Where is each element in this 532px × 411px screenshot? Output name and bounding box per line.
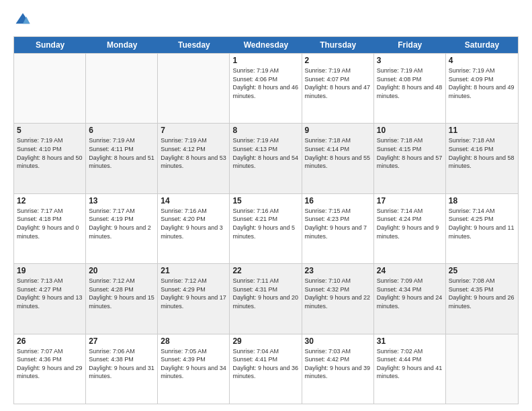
- cell-detail: Sunrise: 7:04 AM Sunset: 4:41 PM Dayligh…: [232, 347, 298, 381]
- calendar-header: SundayMondayTuesdayWednesdayThursdayFrid…: [14, 37, 518, 53]
- cell-detail: Sunrise: 7:19 AM Sunset: 4:11 PM Dayligh…: [89, 136, 154, 170]
- cal-cell-17: 17Sunrise: 7:14 AM Sunset: 4:24 PM Dayli…: [374, 194, 446, 263]
- cell-detail: Sunrise: 7:09 AM Sunset: 4:34 PM Dayligh…: [377, 277, 443, 310]
- page: SundayMondayTuesdayWednesdayThursdayFrid…: [0, 0, 532, 411]
- cal-cell-27: 27Sunrise: 7:06 AM Sunset: 4:38 PM Dayli…: [86, 334, 158, 404]
- cell-detail: Sunrise: 7:12 AM Sunset: 4:28 PM Dayligh…: [89, 277, 154, 310]
- cal-cell-12: 12Sunrise: 7:17 AM Sunset: 4:18 PM Dayli…: [14, 194, 86, 263]
- day-number: 22: [232, 266, 298, 275]
- cell-detail: Sunrise: 7:02 AM Sunset: 4:44 PM Dayligh…: [377, 347, 443, 381]
- header-day-saturday: Saturday: [446, 37, 518, 53]
- day-number: 20: [89, 266, 154, 275]
- cell-detail: Sunrise: 7:10 AM Sunset: 4:32 PM Dayligh…: [305, 277, 371, 310]
- cal-cell-5: 5Sunrise: 7:19 AM Sunset: 4:10 PM Daylig…: [14, 124, 86, 193]
- day-number: 21: [161, 266, 226, 275]
- day-number: 10: [377, 126, 443, 135]
- logo-icon: [13, 11, 32, 30]
- header-day-thursday: Thursday: [302, 37, 374, 53]
- calendar: SundayMondayTuesdayWednesdayThursdayFrid…: [13, 36, 519, 404]
- cell-detail: Sunrise: 7:17 AM Sunset: 4:18 PM Dayligh…: [17, 207, 83, 240]
- cal-cell-9: 9Sunrise: 7:18 AM Sunset: 4:14 PM Daylig…: [302, 124, 374, 193]
- cell-detail: Sunrise: 7:15 AM Sunset: 4:23 PM Dayligh…: [305, 207, 371, 240]
- cell-detail: Sunrise: 7:18 AM Sunset: 4:15 PM Dayligh…: [377, 136, 443, 170]
- day-number: 3: [377, 56, 443, 65]
- day-number: 31: [377, 336, 443, 346]
- cal-cell-24: 24Sunrise: 7:09 AM Sunset: 4:34 PM Dayli…: [374, 264, 446, 333]
- cell-detail: Sunrise: 7:13 AM Sunset: 4:27 PM Dayligh…: [17, 277, 83, 310]
- cal-cell-23: 23Sunrise: 7:10 AM Sunset: 4:32 PM Dayli…: [302, 264, 374, 333]
- day-number: 19: [17, 266, 83, 275]
- cal-cell-25: 25Sunrise: 7:08 AM Sunset: 4:35 PM Dayli…: [446, 264, 518, 333]
- day-number: 24: [377, 266, 443, 275]
- day-number: 11: [449, 126, 515, 135]
- day-number: 27: [89, 336, 154, 346]
- cal-cell-empty-0-1: [86, 54, 158, 123]
- cal-cell-20: 20Sunrise: 7:12 AM Sunset: 4:28 PM Dayli…: [86, 264, 158, 333]
- header-day-tuesday: Tuesday: [158, 37, 230, 53]
- cal-cell-11: 11Sunrise: 7:18 AM Sunset: 4:16 PM Dayli…: [446, 124, 518, 193]
- header-day-sunday: Sunday: [14, 37, 86, 53]
- day-number: 8: [232, 126, 298, 135]
- day-number: 29: [232, 336, 298, 346]
- cal-cell-7: 7Sunrise: 7:19 AM Sunset: 4:12 PM Daylig…: [158, 124, 230, 193]
- day-number: 30: [305, 336, 371, 346]
- calendar-row-1: 1Sunrise: 7:19 AM Sunset: 4:06 PM Daylig…: [14, 53, 518, 123]
- header-day-monday: Monday: [86, 37, 158, 53]
- header: [13, 11, 519, 30]
- cal-cell-6: 6Sunrise: 7:19 AM Sunset: 4:11 PM Daylig…: [86, 124, 158, 193]
- cal-cell-13: 13Sunrise: 7:17 AM Sunset: 4:19 PM Dayli…: [86, 194, 158, 263]
- cell-detail: Sunrise: 7:17 AM Sunset: 4:19 PM Dayligh…: [89, 207, 154, 240]
- day-number: 14: [161, 196, 226, 205]
- day-number: 15: [232, 196, 298, 205]
- cell-detail: Sunrise: 7:19 AM Sunset: 4:13 PM Dayligh…: [232, 136, 298, 170]
- cell-detail: Sunrise: 7:19 AM Sunset: 4:09 PM Dayligh…: [449, 66, 515, 100]
- calendar-row-2: 5Sunrise: 7:19 AM Sunset: 4:10 PM Daylig…: [14, 123, 518, 193]
- cell-detail: Sunrise: 7:08 AM Sunset: 4:35 PM Dayligh…: [449, 277, 515, 310]
- calendar-body: 1Sunrise: 7:19 AM Sunset: 4:06 PM Daylig…: [14, 53, 518, 404]
- cal-cell-1: 1Sunrise: 7:19 AM Sunset: 4:06 PM Daylig…: [230, 54, 302, 123]
- day-number: 2: [305, 56, 371, 65]
- cell-detail: Sunrise: 7:19 AM Sunset: 4:07 PM Dayligh…: [305, 66, 371, 100]
- cal-cell-empty-4-6: [446, 334, 518, 404]
- cal-cell-18: 18Sunrise: 7:14 AM Sunset: 4:25 PM Dayli…: [446, 194, 518, 263]
- day-number: 25: [449, 266, 515, 275]
- header-day-wednesday: Wednesday: [230, 37, 302, 53]
- cell-detail: Sunrise: 7:06 AM Sunset: 4:38 PM Dayligh…: [89, 347, 154, 381]
- day-number: 6: [89, 126, 154, 135]
- header-day-friday: Friday: [374, 37, 446, 53]
- cell-detail: Sunrise: 7:19 AM Sunset: 4:06 PM Dayligh…: [232, 66, 298, 100]
- cal-cell-8: 8Sunrise: 7:19 AM Sunset: 4:13 PM Daylig…: [230, 124, 302, 193]
- day-number: 1: [232, 56, 298, 65]
- cal-cell-22: 22Sunrise: 7:11 AM Sunset: 4:31 PM Dayli…: [230, 264, 302, 333]
- logo: [13, 11, 35, 30]
- cell-detail: Sunrise: 7:16 AM Sunset: 4:20 PM Dayligh…: [161, 207, 226, 240]
- cal-cell-empty-0-2: [158, 54, 230, 123]
- calendar-row-5: 26Sunrise: 7:07 AM Sunset: 4:36 PM Dayli…: [14, 334, 518, 404]
- day-number: 23: [305, 266, 371, 275]
- cal-cell-28: 28Sunrise: 7:05 AM Sunset: 4:39 PM Dayli…: [158, 334, 230, 404]
- day-number: 28: [161, 336, 226, 346]
- cal-cell-30: 30Sunrise: 7:03 AM Sunset: 4:42 PM Dayli…: [302, 334, 374, 404]
- cal-cell-2: 2Sunrise: 7:19 AM Sunset: 4:07 PM Daylig…: [302, 54, 374, 123]
- cal-cell-3: 3Sunrise: 7:19 AM Sunset: 4:08 PM Daylig…: [374, 54, 446, 123]
- day-number: 9: [305, 126, 371, 135]
- cell-detail: Sunrise: 7:19 AM Sunset: 4:08 PM Dayligh…: [377, 66, 443, 100]
- cell-detail: Sunrise: 7:12 AM Sunset: 4:29 PM Dayligh…: [161, 277, 226, 310]
- cal-cell-empty-0-0: [14, 54, 86, 123]
- cal-cell-29: 29Sunrise: 7:04 AM Sunset: 4:41 PM Dayli…: [230, 334, 302, 404]
- cal-cell-19: 19Sunrise: 7:13 AM Sunset: 4:27 PM Dayli…: [14, 264, 86, 333]
- cal-cell-10: 10Sunrise: 7:18 AM Sunset: 4:15 PM Dayli…: [374, 124, 446, 193]
- day-number: 12: [17, 196, 83, 205]
- cal-cell-26: 26Sunrise: 7:07 AM Sunset: 4:36 PM Dayli…: [14, 334, 86, 404]
- cell-detail: Sunrise: 7:14 AM Sunset: 4:24 PM Dayligh…: [377, 207, 443, 240]
- cal-cell-21: 21Sunrise: 7:12 AM Sunset: 4:29 PM Dayli…: [158, 264, 230, 333]
- cell-detail: Sunrise: 7:16 AM Sunset: 4:21 PM Dayligh…: [232, 207, 298, 240]
- day-number: 13: [89, 196, 154, 205]
- cell-detail: Sunrise: 7:18 AM Sunset: 4:16 PM Dayligh…: [449, 136, 515, 170]
- cal-cell-16: 16Sunrise: 7:15 AM Sunset: 4:23 PM Dayli…: [302, 194, 374, 263]
- cell-detail: Sunrise: 7:19 AM Sunset: 4:10 PM Dayligh…: [17, 136, 83, 170]
- cell-detail: Sunrise: 7:03 AM Sunset: 4:42 PM Dayligh…: [305, 347, 371, 381]
- day-number: 4: [449, 56, 515, 65]
- cell-detail: Sunrise: 7:07 AM Sunset: 4:36 PM Dayligh…: [17, 347, 83, 381]
- calendar-row-4: 19Sunrise: 7:13 AM Sunset: 4:27 PM Dayli…: [14, 263, 518, 333]
